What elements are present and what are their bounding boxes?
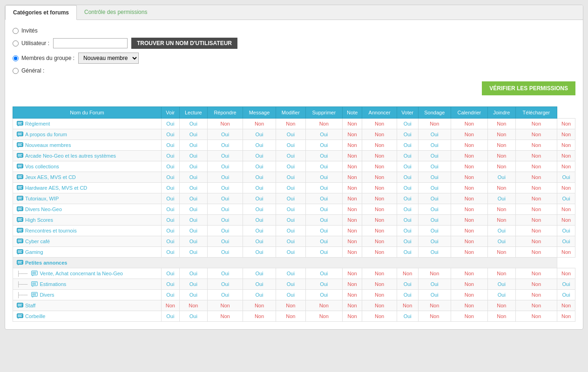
col-message: Message <box>243 107 276 119</box>
find-user-button[interactable]: TROUVER UN NOM D'UTILISATEUR <box>131 38 237 49</box>
table-row: Nouveaux membres OuiOuiOuiOuiOuiOuiNonNo… <box>13 140 575 151</box>
forum-link[interactable]: ├── Vente, Achat concernant la Neo-Geo <box>17 271 159 276</box>
perm-cell: Non <box>557 129 575 140</box>
perm-cell: Oui <box>276 236 306 247</box>
perm-cell: Oui <box>418 193 451 204</box>
table-row: High Scores OuiOuiOuiOuiOuiOuiNonNonOuiO… <box>13 215 575 226</box>
perm-cell: Oui <box>243 151 276 161</box>
perm-cell: Oui <box>161 172 179 183</box>
forum-link[interactable]: Tutoriaux, WIP <box>17 196 159 201</box>
perm-cell: Oui <box>179 129 208 140</box>
perm-cell: Oui <box>208 290 243 300</box>
perm-cell: Non <box>451 161 487 172</box>
perm-cell: Non <box>418 300 451 311</box>
forum-link[interactable]: Staff <box>17 303 159 308</box>
col-telecharger: Télécharger <box>515 107 557 119</box>
table-row: ├── Estimations OuiOuiOuiOuiOuiOuiNonNon… <box>13 279 575 290</box>
perm-cell: Non <box>515 215 557 226</box>
perm-cell: Oui <box>208 129 243 140</box>
perm-cell: Non <box>515 279 557 290</box>
perm-cell: Oui <box>243 247 276 258</box>
verify-permissions-button[interactable]: VÉRIFIER LES PERMISSIONS <box>482 81 575 95</box>
forum-link[interactable]: Corbeille <box>17 313 159 319</box>
chat-icon <box>17 260 23 266</box>
perm-cell: Non <box>243 300 276 311</box>
forum-link[interactable]: Nouveaux membres <box>17 142 159 148</box>
perm-cell: Oui <box>305 215 342 226</box>
perm-cell: Oui <box>243 172 276 183</box>
forum-link[interactable]: Arcade Neo-Geo et les autres systèmes <box>17 153 159 159</box>
table-row: Cyber café OuiOuiOuiOuiOuiOuiNonNonOuiOu… <box>13 236 575 247</box>
perm-cell: Oui <box>305 290 342 300</box>
chat-icon <box>17 217 23 223</box>
tab-categories[interactable]: Catégories et forums <box>5 5 77 20</box>
forum-link[interactable]: High Scores <box>17 217 159 223</box>
perm-cell: Non <box>342 193 362 204</box>
col-annoncer: Annoncer <box>362 107 397 119</box>
perm-cell: Oui <box>276 172 306 183</box>
forum-link[interactable]: Cyber café <box>17 239 159 244</box>
forum-link[interactable]: A propos du forum <box>17 132 159 137</box>
perm-cell: Oui <box>243 204 276 215</box>
perm-cell: Oui <box>208 140 243 151</box>
perm-cell: Oui <box>397 311 418 322</box>
perm-cell: Non <box>487 183 515 193</box>
invites-radio[interactable] <box>13 28 19 34</box>
forum-link[interactable]: ├── Estimations <box>17 281 159 287</box>
perm-cell: Non <box>362 226 397 236</box>
perm-cell: Oui <box>557 193 575 204</box>
perm-cell: Oui <box>487 172 515 183</box>
forum-name-cell: Corbeille <box>13 311 162 322</box>
perm-cell: Oui <box>161 290 179 300</box>
perm-cell: Oui <box>161 279 179 290</box>
perm-cell: Oui <box>397 226 418 236</box>
perm-cell: Oui <box>179 204 208 215</box>
tab-permissions[interactable]: Contrôle des permissions <box>77 5 155 20</box>
forum-link[interactable]: Divers Neo-Geo <box>17 206 159 212</box>
perm-cell: Non <box>451 193 487 204</box>
utilisateur-input[interactable] <box>53 38 128 48</box>
forum-link[interactable]: ├── Divers <box>17 292 159 298</box>
chat-icon <box>17 132 23 137</box>
perm-cell: Oui <box>276 247 306 258</box>
forum-link[interactable]: Jeux AES, MVS et CD <box>17 174 159 180</box>
general-radio[interactable] <box>13 68 19 74</box>
forum-link[interactable]: Gaming <box>17 249 159 255</box>
perm-cell: Non <box>305 119 342 129</box>
table-row: ├── Divers OuiOuiOuiOuiOuiOuiNonNonOuiOu… <box>13 290 575 300</box>
perm-cell: Oui <box>161 129 179 140</box>
category-link[interactable]: Petites annonces <box>17 260 555 266</box>
perm-cell: Oui <box>418 172 451 183</box>
perm-cell: Oui <box>208 215 243 226</box>
groupe-select[interactable]: Nouveau membre <box>78 53 139 64</box>
perm-cell: Oui <box>208 247 243 258</box>
chat-icon <box>17 153 23 159</box>
perm-cell: Oui <box>397 193 418 204</box>
perm-cell: Non <box>305 300 342 311</box>
perm-cell: Non <box>362 279 397 290</box>
perm-cell: Non <box>557 300 575 311</box>
perm-cell: Oui <box>179 193 208 204</box>
perm-cell: Oui <box>487 290 515 300</box>
perm-cell: Oui <box>397 215 418 226</box>
perm-cell: Non <box>515 247 557 258</box>
perm-cell: Non <box>362 311 397 322</box>
perm-cell: Non <box>487 161 515 172</box>
membres-radio[interactable] <box>13 55 19 61</box>
perm-cell: Oui <box>276 193 306 204</box>
perm-cell: Non <box>515 236 557 247</box>
col-sondage: Sondage <box>418 107 451 119</box>
forum-link[interactable]: Hardware AES, MVS et CD <box>17 185 159 191</box>
perm-cell: Oui <box>161 311 179 322</box>
utilisateur-row: Utilisateur : TROUVER UN NOM D'UTILISATE… <box>13 38 575 49</box>
table-row: A propos du forum OuiOuiOuiOuiOuiOuiNonN… <box>13 129 575 140</box>
forum-link[interactable]: Rencontres et tournois <box>17 228 159 233</box>
forum-link[interactable]: Règlement <box>17 121 159 126</box>
perm-cell: Non <box>362 151 397 161</box>
perm-cell: Non <box>276 311 306 322</box>
perm-cell: Non <box>342 311 362 322</box>
forum-link[interactable]: Vos collections <box>17 164 159 169</box>
perm-cell: Oui <box>179 279 208 290</box>
utilisateur-radio[interactable] <box>13 40 19 46</box>
perm-cell: Non <box>362 204 397 215</box>
